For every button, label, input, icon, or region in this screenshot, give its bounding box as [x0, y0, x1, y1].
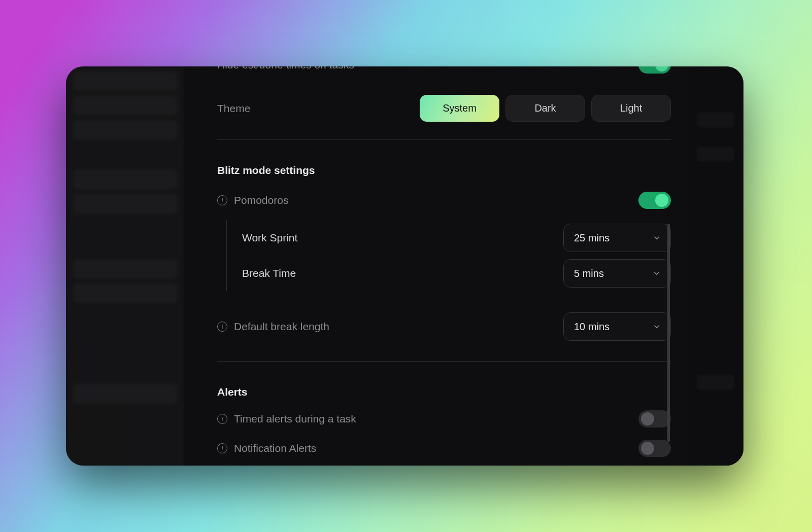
pomodoros-label: Pomodoros — [217, 194, 288, 206]
default-break-value: 10 mins — [574, 321, 610, 333]
section-divider — [217, 139, 671, 140]
info-icon[interactable] — [217, 414, 227, 424]
settings-panel: Hide est/done times on tasks Theme Syste… — [184, 66, 688, 466]
timed-alerts-label-text: Timed alerts during a task — [234, 413, 356, 425]
break-time-row: Break Time 5 mins — [242, 256, 671, 291]
default-break-row: Default break length 10 mins — [217, 312, 671, 341]
timed-alerts-label: Timed alerts during a task — [217, 413, 356, 425]
theme-option-system[interactable]: System — [420, 95, 499, 122]
desktop-background: Hide est/done times on tasks Theme Syste… — [0, 0, 812, 532]
timed-alerts-toggle[interactable] — [638, 410, 671, 428]
break-time-label: Break Time — [242, 267, 296, 279]
chevron-down-icon — [652, 233, 661, 242]
notification-alerts-label: Notification Alerts — [217, 442, 316, 454]
info-icon[interactable] — [217, 195, 227, 205]
notification-alerts-toggle[interactable] — [638, 440, 671, 457]
break-time-value: 5 mins — [574, 268, 604, 279]
notification-alerts-row: Notification Alerts — [217, 440, 671, 457]
default-break-label-text: Default break length — [234, 321, 329, 333]
hide-est-done-label: Hide est/done times on tasks — [217, 66, 354, 71]
scrollbar[interactable] — [667, 224, 670, 442]
pomodoros-row: Pomodoros — [217, 192, 671, 209]
hide-est-done-toggle[interactable] — [638, 66, 671, 74]
alerts-section-title: Alerts — [217, 386, 671, 398]
theme-label: Theme — [217, 102, 250, 115]
pomodoros-label-text: Pomodoros — [234, 194, 288, 206]
section-divider — [217, 361, 671, 362]
notification-alerts-label-text: Notification Alerts — [234, 442, 316, 454]
chevron-down-icon — [652, 322, 661, 331]
hide-est-done-row: Hide est/done times on tasks — [217, 66, 671, 73]
default-break-label: Default break length — [217, 321, 329, 333]
theme-segmented-control: System Dark Light — [420, 95, 671, 122]
chevron-down-icon — [652, 269, 661, 278]
pomodoro-sub-settings: Work Sprint 25 mins Break Time 5 mins — [226, 220, 671, 291]
settings-window: Hide est/done times on tasks Theme Syste… — [66, 66, 743, 466]
sidebar-blurred — [66, 66, 184, 466]
work-sprint-value: 25 mins — [574, 232, 610, 244]
info-icon[interactable] — [217, 322, 227, 332]
info-icon[interactable] — [217, 443, 227, 453]
default-break-select[interactable]: 10 mins — [563, 312, 671, 341]
work-sprint-label: Work Sprint — [242, 232, 297, 244]
right-background-blur — [688, 66, 743, 466]
timed-alerts-row: Timed alerts during a task — [217, 410, 671, 428]
theme-option-dark[interactable]: Dark — [505, 95, 585, 122]
pomodoros-toggle[interactable] — [638, 192, 671, 209]
theme-row: Theme System Dark Light — [217, 95, 671, 122]
work-sprint-row: Work Sprint 25 mins — [242, 220, 671, 256]
work-sprint-select[interactable]: 25 mins — [563, 224, 671, 252]
break-time-select[interactable]: 5 mins — [563, 259, 671, 288]
theme-option-light[interactable]: Light — [591, 95, 671, 122]
blitz-section-title: Blitz mode settings — [217, 164, 671, 176]
